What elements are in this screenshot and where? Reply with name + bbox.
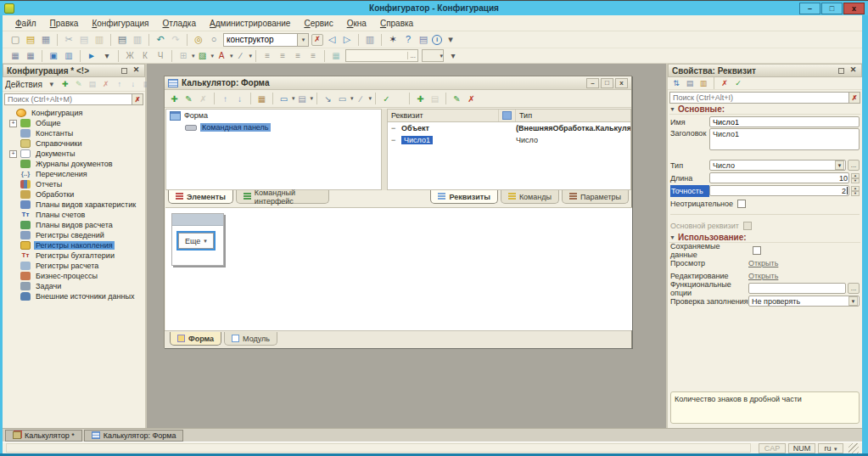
attribute-copy-icon[interactable]: ▤: [428, 93, 441, 104]
form-preview-dropdown-icon[interactable]: [350, 95, 354, 102]
format-combo[interactable]: [422, 49, 444, 62]
start-debugging-icon[interactable]: ►: [85, 49, 98, 62]
help-contents-icon[interactable]: ?: [401, 33, 415, 46]
combo-dropdown-icon[interactable]: [298, 33, 309, 47]
ellipsis-button[interactable]: ...: [407, 52, 417, 59]
form-check-icon[interactable]: ✓: [380, 93, 393, 104]
about-icon[interactable]: i: [432, 35, 442, 45]
tree-item-information-registers[interactable]: Регистры сведений: [3, 230, 145, 240]
find-next-icon[interactable]: ▷: [340, 33, 354, 46]
attribute-column-header[interactable]: Реквизит: [388, 110, 499, 121]
move-up-icon[interactable]: ↑: [114, 79, 126, 90]
spin-down-icon[interactable]: [851, 191, 860, 196]
text-color-icon[interactable]: А: [215, 49, 228, 62]
global-search-icon[interactable]: ◎: [192, 33, 205, 46]
form-spacing-dropdown-icon[interactable]: [369, 95, 372, 102]
italic-icon[interactable]: К: [138, 49, 152, 62]
copy-object-icon[interactable]: ▤: [87, 79, 98, 90]
zoom-search-icon[interactable]: ○: [207, 33, 221, 46]
func-options-input[interactable]: [748, 283, 846, 294]
syntax-check-icon[interactable]: ✶: [386, 33, 400, 46]
tree-item-configuration[interactable]: Конфигурация: [3, 108, 145, 118]
designer-close-button[interactable]: x: [615, 78, 628, 88]
redo-icon[interactable]: ↷: [169, 33, 182, 46]
tree-item-catalogs[interactable]: Справочники: [3, 138, 145, 149]
tree-item-reports[interactable]: Отчеты: [3, 179, 145, 189]
actions-menu-button[interactable]: Действия: [5, 80, 42, 89]
show-grid-icon[interactable]: ▦: [8, 49, 22, 62]
title-bar[interactable]: Конфигуратор - Конфигурация – □ x: [0, 2, 868, 15]
toolbar-overflow-icon[interactable]: ▾: [444, 33, 457, 46]
close-button[interactable]: x: [843, 3, 865, 14]
bold-icon[interactable]: Ж: [123, 49, 137, 62]
form-grouping-dropdown-icon[interactable]: [311, 95, 314, 102]
line-color-icon[interactable]: ∕: [234, 49, 248, 62]
tab-attributes[interactable]: Реквизиты: [430, 190, 497, 204]
form-tree-command-bar[interactable]: Командная панель: [166, 121, 381, 133]
tree-item-charts-of-accounts[interactable]: ТтПланы счетов: [3, 210, 145, 220]
add-object-icon[interactable]: ✚: [59, 79, 71, 90]
configuration-search-clear-icon[interactable]: [132, 93, 143, 105]
edit-object-icon[interactable]: ✎: [73, 79, 85, 90]
fill-color-icon[interactable]: ▨: [196, 49, 210, 62]
tree-item-accumulation-registers[interactable]: Регистры накопления: [3, 240, 145, 251]
fill-check-select[interactable]: Не проверять: [748, 296, 860, 307]
menu-administration[interactable]: Администрирование: [204, 17, 296, 30]
save-document-icon[interactable]: ▦: [39, 33, 53, 46]
find-previous-icon[interactable]: ◁: [325, 33, 339, 46]
tree-item-common[interactable]: +Общие: [3, 118, 145, 128]
properties-search-input[interactable]: [669, 92, 849, 104]
configuration-search-input[interactable]: [4, 93, 132, 105]
move-down-icon[interactable]: ↓: [127, 79, 139, 90]
configuration-panel-close-icon[interactable]: [132, 66, 141, 76]
menu-debug[interactable]: Отладка: [157, 17, 203, 30]
length-spinner[interactable]: [851, 173, 860, 183]
properties-search-clear-icon[interactable]: [849, 92, 860, 104]
tab-form[interactable]: Форма: [170, 332, 221, 346]
undo-icon[interactable]: ↶: [154, 33, 167, 46]
form-delete-element-icon[interactable]: ✗: [197, 93, 210, 104]
paste-icon[interactable]: ▥: [92, 33, 106, 46]
props-delete-icon[interactable]: ✗: [719, 78, 731, 89]
tab-command-interface[interactable]: Командный интерфейс: [236, 190, 330, 204]
line-color-dropdown-icon[interactable]: [249, 53, 253, 59]
show-important-icon[interactable]: ▥: [697, 78, 709, 89]
properties-panel-header[interactable]: Свойства: Реквизит: [668, 64, 862, 77]
form-spacing-icon[interactable]: ∕: [355, 93, 367, 104]
menu-windows[interactable]: Окна: [341, 17, 372, 30]
form-move-up-icon[interactable]: ↑: [219, 93, 232, 104]
align-justify-icon[interactable]: ≡: [306, 49, 320, 62]
underline-icon[interactable]: Ч: [154, 49, 167, 62]
type-column-header[interactable]: Тип: [516, 110, 630, 121]
type-ellipsis-button[interactable]: ...: [848, 160, 860, 171]
menu-help[interactable]: Справка: [374, 17, 419, 30]
tab-module[interactable]: Модуль: [224, 332, 277, 346]
stored-data-checkbox[interactable]: [753, 246, 761, 255]
section-main[interactable]: Основные:: [669, 104, 860, 115]
quick-search-combo[interactable]: [223, 33, 309, 47]
print-preview-icon[interactable]: ▥: [131, 33, 144, 46]
start-debugging-dropdown-icon[interactable]: ▾: [100, 49, 114, 62]
cut-icon[interactable]: ✂: [62, 33, 76, 46]
attribute-edit-icon[interactable]: ✎: [451, 93, 463, 104]
align-right-icon[interactable]: ≡: [291, 49, 305, 62]
tab-elements[interactable]: Элементы: [168, 190, 233, 204]
format-input[interactable]: ...: [345, 49, 418, 62]
properties-close-icon[interactable]: [848, 66, 858, 76]
spin-down-icon[interactable]: [851, 178, 860, 183]
show-categories-icon[interactable]: ▤: [684, 78, 696, 89]
maximize-button[interactable]: □: [821, 3, 843, 14]
tree-item-document-journals[interactable]: Журналы документов: [3, 159, 145, 169]
tree-item-enums[interactable]: {..}Перечисления: [3, 169, 145, 179]
borders-dropdown-icon[interactable]: [192, 53, 195, 59]
form-grouping-icon[interactable]: ▤: [296, 93, 309, 104]
help-pages-icon[interactable]: ▤: [417, 33, 430, 46]
properties-pin-icon[interactable]: [838, 68, 844, 74]
form-move-into-icon[interactable]: ▦: [255, 93, 268, 104]
designer-maximize-button[interactable]: □: [601, 78, 613, 88]
update-db-config-icon[interactable]: ▣: [47, 49, 60, 62]
form-tab-order-icon[interactable]: ↘: [322, 93, 334, 104]
tree-item-accounting-registers[interactable]: ТтРегистры бухгалтерии: [3, 251, 145, 261]
clear-search-icon[interactable]: ✗: [311, 34, 323, 46]
length-input[interactable]: 10: [709, 172, 849, 183]
